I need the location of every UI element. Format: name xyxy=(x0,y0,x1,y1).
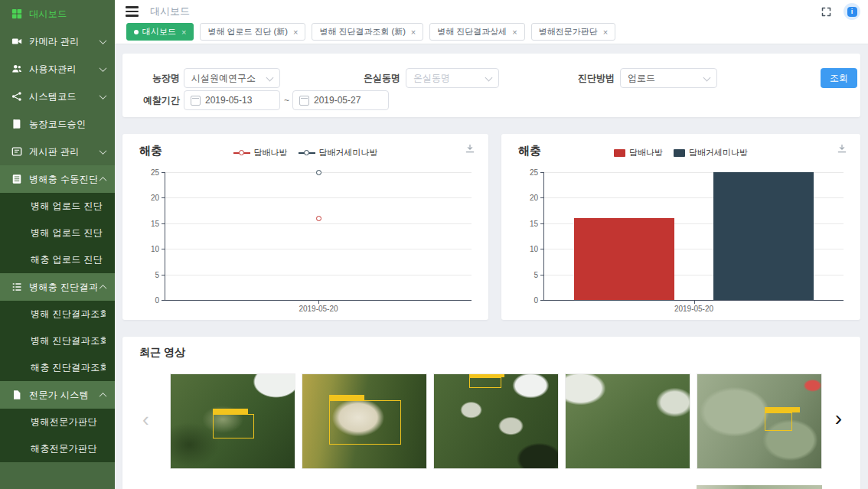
sidebar-subitem[interactable]: 병해 진단결과조회 (舊) xyxy=(0,328,115,354)
sidebar-item[interactable]: 대시보드 xyxy=(0,0,115,28)
recent-photo[interactable] xyxy=(170,373,295,469)
sidebar-subitem[interactable]: 해충전문가판단 xyxy=(0,435,115,462)
sidebar-item-label: 병해충 진단결과 xyxy=(29,281,97,294)
search-button[interactable]: 조회 xyxy=(821,68,857,88)
diagnosis-results-icon xyxy=(11,282,22,293)
recent-photo[interactable] xyxy=(565,373,690,469)
y-tick-label: 5 xyxy=(513,271,538,279)
carousel-prev-button[interactable]: ‹ xyxy=(142,409,149,429)
fullscreen-icon[interactable] xyxy=(821,6,832,18)
recent-photo[interactable] xyxy=(302,373,427,469)
legend-line-marker xyxy=(299,152,315,154)
chart-legend: 담배나방담배거세미나방 xyxy=(168,147,442,158)
sidebar-subitem[interactable]: 병해 진단결과조회 (新) xyxy=(0,301,115,328)
sidebar-subitem-label: 병해 업로드 진단 (舊) xyxy=(31,227,106,240)
farm-name-select[interactable]: 시설원예연구소 xyxy=(184,68,280,88)
sidebar-item[interactable]: 게시판 관리 xyxy=(0,138,115,165)
y-tick xyxy=(540,223,543,224)
y-tick xyxy=(162,197,165,198)
period-label: 예찰기간 xyxy=(126,90,180,110)
period-end-value: 2019-05-27 xyxy=(314,95,361,106)
sidebar-item-label: 카메라 관리 xyxy=(29,35,97,48)
download-icon[interactable] xyxy=(465,143,475,157)
sidebar-subitem[interactable]: 병해 업로드 진단 (舊) xyxy=(0,220,115,246)
calendar-icon xyxy=(191,96,201,106)
y-tick xyxy=(540,275,543,275)
sidebar-item[interactable]: 병해충 수동진단 xyxy=(0,165,115,193)
annotation-box xyxy=(765,412,792,431)
info-icon[interactable]: i xyxy=(844,3,860,20)
diagnosis-method-value: 업로드 xyxy=(628,72,655,85)
sidebar-item[interactable]: 전문가 시스템 xyxy=(0,381,115,409)
info-icon-glyph: i xyxy=(847,7,857,17)
legend-label: 담배거세미나방 xyxy=(319,147,378,158)
recent-images-panel: 최근 영상 ‹ › xyxy=(122,337,860,489)
legend-item[interactable]: 담배거세미나방 xyxy=(299,147,378,158)
legend-ring xyxy=(239,150,244,155)
tab[interactable]: 병해 업로드 진단 (新)× xyxy=(200,23,305,41)
tab[interactable]: 병해 진단결과조회 (新)× xyxy=(312,23,423,41)
recent-photos-carousel xyxy=(170,373,822,469)
y-tick-label: 15 xyxy=(134,220,159,228)
sidebar-subitem[interactable]: 병해전문가판단 xyxy=(0,409,115,435)
sidebar-item[interactable]: 병해충 진단결과 xyxy=(0,273,115,301)
greenhouse-placeholder: 온실동명 xyxy=(413,72,450,85)
x-tick xyxy=(318,301,319,304)
expert-system-icon xyxy=(11,390,22,401)
sidebar-item[interactable]: 사용자관리 xyxy=(0,55,115,83)
sidebar-subitem[interactable]: 해충 진단결과조회 xyxy=(0,354,115,381)
sidebar-subitem[interactable]: 병해 업로드 진단 (新) xyxy=(0,193,115,220)
sidebar-item[interactable]: 시스템코드 xyxy=(0,83,115,110)
tab-close-icon[interactable]: × xyxy=(411,28,416,37)
menu-toggle-icon[interactable] xyxy=(126,6,139,17)
diagnosis-method-select[interactable]: 업로드 xyxy=(620,68,717,88)
sidebar-item-label: 대시보드 xyxy=(29,8,106,21)
line-data-point xyxy=(316,216,321,221)
y-tick-label: 20 xyxy=(134,194,159,202)
period-end-input[interactable]: 2019-05-27 xyxy=(292,90,389,110)
chevron-up-icon xyxy=(100,176,107,184)
sidebar-item[interactable]: 농장코드승인 xyxy=(0,110,115,138)
tab-close-icon[interactable]: × xyxy=(293,28,298,37)
sidebar-item[interactable]: 카메라 관리 xyxy=(0,28,115,55)
farm-code-icon xyxy=(11,119,22,130)
topbar-actions: i xyxy=(821,3,860,20)
period-start-input[interactable]: 2019-05-13 xyxy=(184,90,280,110)
chart-title: 해충 xyxy=(139,144,162,158)
y-tick-label: 25 xyxy=(134,168,159,177)
sidebar-item-label: 시스템코드 xyxy=(29,90,97,103)
tab-active[interactable]: 대시보드× xyxy=(126,23,194,41)
legend-item[interactable]: 담배나방 xyxy=(233,147,288,158)
line-chart-plot: 05101520252019-05-20 xyxy=(165,172,472,301)
gridline xyxy=(165,275,472,275)
sidebar-menu: 대시보드카메라 관리사용자관리시스템코드농장코드승인게시판 관리병해충 수동진단… xyxy=(0,0,115,462)
chevron-up-icon xyxy=(100,392,107,399)
sidebar-subitem-label: 해충 진단결과조회 xyxy=(31,361,106,374)
recent-photo[interactable] xyxy=(433,373,559,469)
y-tick-label: 10 xyxy=(134,245,159,253)
bar xyxy=(713,172,814,300)
chevron-down-icon xyxy=(100,92,107,99)
legend-item[interactable]: 담배나방 xyxy=(614,147,663,158)
tab[interactable]: 병해 진단결과상세× xyxy=(429,23,525,41)
tab-close-icon[interactable]: × xyxy=(603,28,608,37)
download-icon[interactable] xyxy=(837,143,847,157)
carousel-next-button[interactable]: › xyxy=(835,408,842,429)
line-data-point xyxy=(316,170,321,175)
sidebar-subitem[interactable]: 해충 업로드 진단 xyxy=(0,246,115,273)
legend-item[interactable]: 담배거세미나방 xyxy=(674,147,748,158)
tab[interactable]: 병해전문가판단× xyxy=(531,23,615,41)
y-tick xyxy=(162,172,165,173)
gridline xyxy=(165,249,472,249)
recent-photo-partial[interactable] xyxy=(697,485,822,489)
recent-photo[interactable] xyxy=(697,373,822,469)
greenhouse-select[interactable]: 온실동명 xyxy=(406,68,499,88)
sidebar-subitem-label: 해충 업로드 진단 xyxy=(31,253,106,266)
tab-close-icon[interactable]: × xyxy=(512,28,517,37)
tab-bar: 대시보드×병해 업로드 진단 (新)×병해 진단결과조회 (新)×병해 진단결과… xyxy=(115,23,868,44)
y-tick xyxy=(540,197,543,198)
tab-label: 대시보드 xyxy=(142,26,176,37)
active-tab-dot xyxy=(134,30,139,34)
legend-ring xyxy=(304,150,309,155)
tab-close-icon[interactable]: × xyxy=(181,28,186,37)
